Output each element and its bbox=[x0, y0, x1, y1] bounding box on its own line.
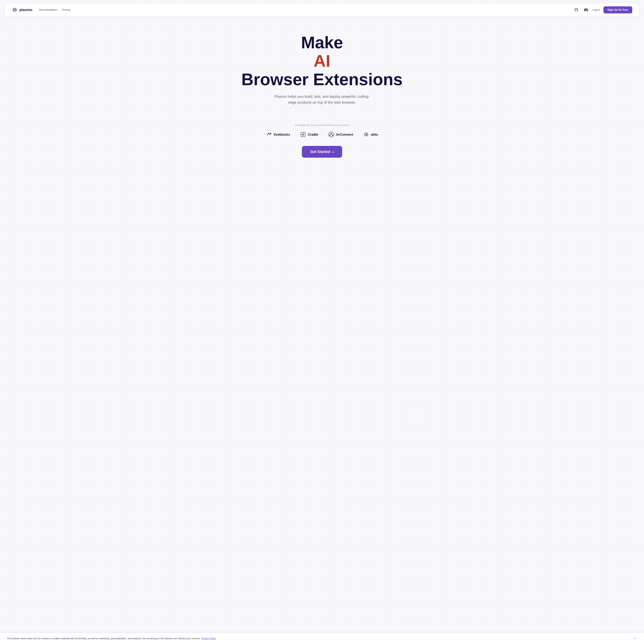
privacy-policy-link[interactable]: Privacy Policy bbox=[201, 637, 216, 640]
nav-link-pricing[interactable]: Pricing bbox=[62, 8, 70, 11]
svg-point-8 bbox=[330, 135, 330, 136]
svg-point-7 bbox=[331, 133, 332, 134]
login-button[interactable]: Log In bbox=[593, 8, 600, 11]
cta-section: Get Started » bbox=[0, 146, 644, 158]
hero-title: Make AI Browser Extensions bbox=[7, 33, 637, 89]
hero-ai: AI bbox=[7, 52, 637, 70]
logo-text: plasmo bbox=[19, 8, 32, 12]
svg-point-9 bbox=[332, 135, 333, 136]
leveraged-label: Leveraged by Those at the Forefront of I… bbox=[0, 124, 644, 126]
brand-arconnect: ArConnect bbox=[328, 131, 353, 138]
svg-point-2 bbox=[16, 9, 17, 10]
get-started-button[interactable]: Get Started » bbox=[302, 146, 342, 158]
navbar-left: plasmo Documentation Pricing bbox=[12, 7, 70, 13]
cookie-message: This website stores data such as cookies… bbox=[7, 637, 201, 640]
leveraged-section: Leveraged by Those at the Forefront of I… bbox=[0, 124, 644, 138]
github-icon bbox=[574, 8, 578, 12]
attio-label: attio bbox=[371, 133, 378, 137]
svg-point-1 bbox=[13, 9, 14, 10]
logo[interactable]: plasmo bbox=[12, 7, 32, 13]
chevrons-icon: » bbox=[332, 150, 334, 154]
get-started-label: Get Started bbox=[310, 150, 330, 154]
hero-browser: Browser Extensions bbox=[7, 70, 637, 89]
arconnect-logo bbox=[328, 131, 334, 138]
cookie-close-button[interactable]: × bbox=[632, 636, 637, 641]
liveblocks-label: liveblocks bbox=[274, 133, 290, 137]
attio-logo bbox=[363, 131, 369, 138]
signup-button[interactable]: Sign Up for Free bbox=[603, 6, 632, 13]
hero-make: Make bbox=[7, 33, 637, 52]
brand-liveblocks: liveblocks bbox=[266, 131, 290, 138]
navbar-right: Log In Sign Up for Free bbox=[573, 6, 632, 13]
liveblocks-logo bbox=[266, 131, 272, 138]
cradle-label: Cradle bbox=[308, 133, 318, 137]
discord-icon-btn[interactable] bbox=[583, 7, 589, 13]
svg-point-0 bbox=[12, 7, 17, 13]
brand-attio: attio bbox=[363, 131, 378, 138]
github-icon-btn[interactable] bbox=[573, 7, 579, 13]
plasmo-logo-icon bbox=[12, 7, 18, 13]
nav-link-docs[interactable]: Documentation bbox=[39, 8, 57, 11]
brand-cradle: Cradle bbox=[300, 131, 318, 138]
nav-links: Documentation Pricing bbox=[39, 8, 70, 11]
hero-subtitle: Plasmo helps you build, test, and deploy… bbox=[272, 94, 372, 105]
cookie-text: This website stores data such as cookies… bbox=[7, 637, 632, 640]
navbar: plasmo Documentation Pricing Log In Sign… bbox=[5, 3, 639, 16]
hero-section: Make AI Browser Extensions Plasmo helps … bbox=[0, 20, 644, 124]
brands-list: liveblocks Cradle bbox=[0, 131, 644, 138]
arconnect-label: ArConnect bbox=[336, 133, 353, 137]
discord-icon bbox=[584, 8, 588, 12]
cradle-logo bbox=[300, 131, 306, 138]
svg-point-5 bbox=[303, 134, 303, 135]
svg-point-6 bbox=[329, 132, 334, 137]
cookie-banner: This website stores data such as cookies… bbox=[0, 633, 644, 644]
